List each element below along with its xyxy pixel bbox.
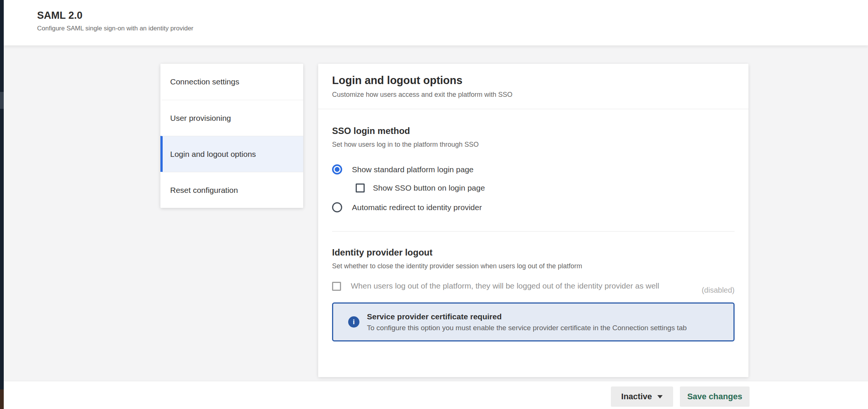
settings-menu: Connection settings User provisioning Lo… bbox=[160, 64, 303, 208]
status-dropdown-button[interactable]: Inactive bbox=[611, 386, 673, 407]
collapsed-nav-strip bbox=[0, 0, 4, 409]
menu-item-label: Connection settings bbox=[170, 77, 239, 86]
radio-auto-redirect-label: Automatic redirect to identity provider bbox=[352, 203, 482, 212]
menu-item-login-logout-options[interactable]: Login and logout options bbox=[160, 136, 303, 172]
checkbox-idp-logout bbox=[332, 282, 341, 291]
status-dropdown-label: Inactive bbox=[621, 392, 652, 401]
checkbox-option-idp-logout: When users log out of the platform, they… bbox=[332, 280, 735, 292]
alert-title: Service provider certificate required bbox=[367, 312, 687, 321]
radio-dot bbox=[335, 167, 340, 172]
nav-strip-avatar-fragment bbox=[0, 389, 4, 409]
page-header: SAML 2.0 Configure SAML single sign-on w… bbox=[4, 0, 868, 46]
panel-body: SSO login method Set how users log in to… bbox=[318, 126, 748, 341]
radio-option-auto-redirect[interactable]: Automatic redirect to identity provider bbox=[332, 202, 735, 212]
radio-option-standard-login[interactable]: Show standard platform login page bbox=[332, 164, 735, 174]
content-area: Connection settings User provisioning Lo… bbox=[4, 46, 868, 381]
menu-item-label: User provisioning bbox=[170, 114, 231, 123]
checkbox-sso-button[interactable] bbox=[356, 183, 365, 192]
save-changes-button[interactable]: Save changes bbox=[680, 386, 750, 407]
checkbox-option-sso-button[interactable]: Show SSO button on login page bbox=[356, 183, 735, 192]
chevron-down-icon bbox=[657, 395, 663, 398]
menu-item-label: Login and logout options bbox=[170, 150, 256, 159]
footer-buttons: Inactive Save changes bbox=[611, 386, 750, 407]
panel-title: Login and logout options bbox=[332, 74, 735, 87]
menu-item-reset-configuration[interactable]: Reset configuration bbox=[160, 172, 303, 208]
panel-header: Login and logout options Customize how u… bbox=[318, 64, 748, 109]
page-subtitle: Configure SAML single sign-on with an id… bbox=[37, 25, 193, 32]
menu-item-connection-settings[interactable]: Connection settings bbox=[160, 64, 303, 100]
info-icon: i bbox=[348, 316, 359, 328]
sso-login-method-description: Set how users log in to the platform thr… bbox=[332, 141, 735, 149]
page-title: SAML 2.0 bbox=[37, 10, 82, 21]
menu-item-label: Reset configuration bbox=[170, 186, 238, 195]
radio-standard-login-label: Show standard platform login page bbox=[352, 165, 474, 174]
idp-logout-title: Identity provider logout bbox=[332, 247, 735, 258]
section-divider bbox=[332, 231, 735, 232]
login-logout-panel: Login and logout options Customize how u… bbox=[318, 64, 748, 377]
idp-logout-description: Set whether to close the identity provid… bbox=[332, 262, 735, 270]
checkbox-idp-logout-label: When users log out of the platform, they… bbox=[351, 280, 678, 292]
checkbox-sso-button-label: Show SSO button on login page bbox=[373, 183, 485, 192]
info-alert: i Service provider certificate required … bbox=[332, 302, 735, 341]
radio-auto-redirect[interactable] bbox=[332, 202, 342, 212]
disabled-note: (disabled) bbox=[702, 286, 735, 295]
sso-login-method-title: SSO login method bbox=[332, 126, 735, 136]
panel-subtitle: Customize how users access and exit the … bbox=[332, 91, 735, 99]
radio-standard-login[interactable] bbox=[332, 164, 342, 174]
menu-item-user-provisioning[interactable]: User provisioning bbox=[160, 100, 303, 136]
alert-text: Service provider certificate required To… bbox=[367, 312, 687, 332]
alert-description: To configure this option you must enable… bbox=[367, 324, 687, 332]
action-footer: Inactive Save changes bbox=[4, 381, 868, 409]
nav-strip-artifact bbox=[0, 92, 4, 109]
